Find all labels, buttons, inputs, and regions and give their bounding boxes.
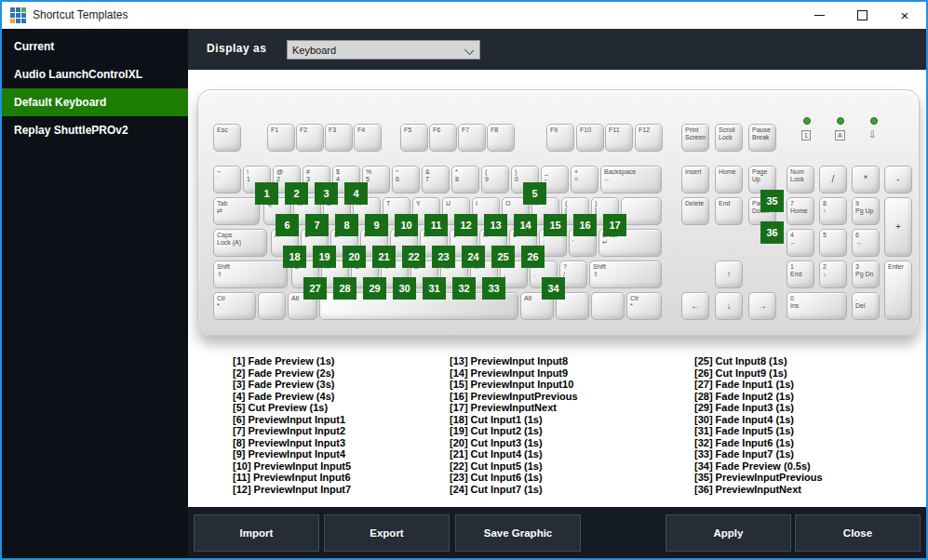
key-9: (9 xyxy=(481,166,509,193)
shortcut-badge-27: 27 xyxy=(303,277,327,300)
shortcut-badge-10: 10 xyxy=(395,214,418,236)
sidebar-item-current[interactable]: Current xyxy=(2,33,188,60)
legend-line: [22] Cut Input5 (1s) xyxy=(450,460,664,473)
key-np4: 4← xyxy=(787,229,814,257)
sidebar-item-audio-launchcontrolxl[interactable]: Audio LaunchControlXL xyxy=(2,60,188,88)
key-arrow-down: ↓ xyxy=(715,292,743,320)
key-np9: 9Pg Up xyxy=(852,197,880,225)
legend-line: [19] Cut Input2 (1s) xyxy=(450,425,664,437)
key-delete: Delete xyxy=(681,197,709,225)
key-lshift: Shift⇧ xyxy=(213,260,288,288)
led-indicator xyxy=(870,117,878,125)
display-as-select[interactable]: Keyboard xyxy=(287,40,480,60)
display-as-label: Display as xyxy=(207,42,266,55)
led-indicator xyxy=(803,117,811,125)
legend-column-2: [13] PreviewInput Input8[14] PreviewInpu… xyxy=(450,355,664,495)
shortcut-badge-15: 15 xyxy=(544,214,567,236)
led-symbol: A xyxy=(835,130,845,140)
legend-line: [21] Cut Input4 (1s) xyxy=(450,448,664,460)
shortcut-badge-3: 3 xyxy=(315,182,338,205)
legend-line: [27] Fade Input1 (1s) xyxy=(694,379,908,391)
shortcut-badge-31: 31 xyxy=(423,277,446,300)
shortcut-badge-26: 26 xyxy=(521,246,545,268)
key-home: Home xyxy=(715,166,743,193)
led-symbol: ⇩ xyxy=(868,130,876,140)
shortcut-badge-14: 14 xyxy=(514,214,537,236)
close-icon: × xyxy=(901,8,909,22)
legend-line: [2] Fade Preview (2s) xyxy=(233,367,447,380)
shortcut-badge-4: 4 xyxy=(344,182,368,205)
key-lctrl: Ctr* xyxy=(213,292,256,320)
minimize-icon xyxy=(814,15,825,16)
legend-line: [29] Fade Input3 (1s) xyxy=(694,402,908,414)
shortcut-badge-2: 2 xyxy=(285,182,308,205)
apply-button[interactable]: Apply xyxy=(666,514,791,552)
key-np7: 7Home xyxy=(787,197,814,225)
key-np8: 8↑ xyxy=(819,197,847,225)
save-graphic-button[interactable]: Save Graphic xyxy=(455,514,581,552)
footer-bar: Import Export Save Graphic Apply Close xyxy=(188,507,926,558)
legend-line: [31] Fade Input5 (1s) xyxy=(694,425,908,437)
shortcut-badge-36: 36 xyxy=(760,221,784,244)
led-symbol: 1 xyxy=(801,130,811,140)
key-f6: F6 xyxy=(429,124,457,152)
key-equals: += xyxy=(571,166,598,193)
export-button[interactable]: Export xyxy=(324,514,450,552)
legend-line: [33] Fade Input7 (1s) xyxy=(694,448,908,460)
legend-line: [5] Cut Preview (1s) xyxy=(233,402,447,414)
legend-line: [4] Fade Preview (4s) xyxy=(233,391,447,403)
key-8: *8 xyxy=(451,166,479,193)
close-dialog-button[interactable]: Close xyxy=(795,514,921,552)
close-button[interactable]: × xyxy=(883,2,926,29)
legend-line: [26] Cut Input9 (1s) xyxy=(694,367,908,380)
legend-line: [1] Fade Preview (1s) xyxy=(233,355,447,367)
app-icon xyxy=(10,7,26,23)
shortcut-badge-8: 8 xyxy=(335,214,358,236)
key-tab: Tab⇄ xyxy=(213,197,260,225)
led-indicator xyxy=(837,117,844,125)
key-backspace: Backspace← xyxy=(600,166,662,193)
key-np-add: + xyxy=(884,197,912,257)
key-f11: F11 xyxy=(605,124,633,152)
legend-line: [7] PreviewInput Input2 xyxy=(233,425,447,437)
key-np6: 6→ xyxy=(852,229,880,257)
key-num-lock: NumLock xyxy=(787,166,814,193)
sidebar-item-default-keyboard[interactable]: Default Keyboard xyxy=(2,88,188,116)
key-np-divide: / xyxy=(819,166,847,193)
legend-column-3: [25] Cut Input8 (1s)[26] Cut Input9 (1s)… xyxy=(694,355,908,495)
shortcut-badge-34: 34 xyxy=(542,277,565,300)
key-f9: F9 xyxy=(546,124,574,152)
header-strip: Display as Keyboard xyxy=(188,29,926,70)
key-lwin xyxy=(258,292,286,320)
key-rshift: Shift⇧ xyxy=(589,260,662,288)
display-as-value: Keyboard xyxy=(292,45,336,56)
legend-line: [20] Cut Input3 (1s) xyxy=(450,437,664,449)
titlebar: Shortcut Templates × xyxy=(2,2,926,29)
legend-column-1: [1] Fade Preview (1s)[2] Fade Preview (2… xyxy=(233,355,447,495)
maximize-button[interactable] xyxy=(841,2,883,29)
key-scroll-lock: ScrollLock xyxy=(715,124,743,152)
shortcut-badge-18: 18 xyxy=(283,246,306,268)
key-f12: F12 xyxy=(635,124,663,152)
shortcut-badge-9: 9 xyxy=(365,214,388,236)
shortcut-templates-window: Shortcut Templates × Current Audio Launc… xyxy=(0,0,928,560)
shortcut-badge-32: 32 xyxy=(452,277,476,300)
legend-line: [32] Fade Input6 (1s) xyxy=(694,437,908,449)
key-f5: F5 xyxy=(400,124,428,152)
legend-line: [17] PreviewInputNext xyxy=(450,402,664,414)
shortcut-badge-12: 12 xyxy=(454,214,477,236)
sidebar-item-replay-shuttleprov2[interactable]: Replay ShuttlePROv2 xyxy=(2,116,188,144)
minimize-button[interactable] xyxy=(798,2,841,29)
shortcut-badge-11: 11 xyxy=(424,214,448,236)
shortcut-badge-35: 35 xyxy=(760,190,784,212)
legend-line: [3] Fade Preview (3s) xyxy=(233,379,447,391)
import-button[interactable]: Import xyxy=(194,514,319,552)
shortcut-badge-22: 22 xyxy=(402,246,425,268)
key-end: End xyxy=(715,197,743,225)
legend-line: [18] Cut Input1 (1s) xyxy=(450,414,664,426)
legend-line: [14] PreviewInput Input9 xyxy=(450,367,664,380)
legend-line: [9] PreviewInput Input4 xyxy=(233,448,447,460)
key-f2: F2 xyxy=(296,124,324,152)
sidebar: Current Audio LaunchControlXL Default Ke… xyxy=(2,29,188,558)
key-7: &7 xyxy=(422,166,450,193)
